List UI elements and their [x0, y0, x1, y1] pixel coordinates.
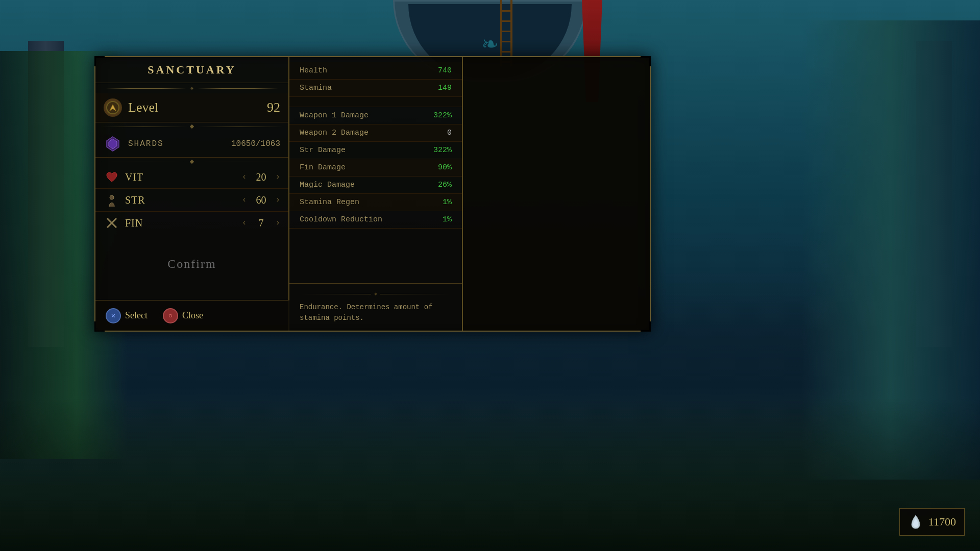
- w1dmg-value: 322%: [421, 111, 452, 120]
- str-label: STR: [125, 194, 242, 206]
- svg-point-3: [110, 195, 114, 199]
- shards-row: SHARDS 10650/1063: [95, 131, 288, 158]
- shards-icon: [104, 135, 122, 153]
- w2dmg-label: Weapon 2 Damage: [300, 129, 421, 137]
- strdmg-value: 322%: [421, 146, 452, 155]
- vit-value: 20: [251, 171, 271, 183]
- shards-label: SHARDS: [128, 139, 231, 148]
- str-arrow-right[interactable]: ›: [275, 195, 280, 205]
- currency-display: 11700: [899, 508, 965, 536]
- stat-row-fin[interactable]: FIN ‹ 7 ›: [95, 212, 288, 228]
- str-arrow-left[interactable]: ‹: [242, 195, 247, 205]
- divider-2: [95, 159, 288, 165]
- attr-row-health: Health 740: [289, 62, 462, 80]
- attr-row-stamina: Stamina 149: [289, 80, 462, 97]
- bottom-bar: ✕ Select ○ Close: [95, 300, 289, 331]
- level-icon: [104, 98, 122, 117]
- x-button-icon: ✕: [106, 308, 121, 323]
- w2dmg-value: 0: [421, 129, 452, 137]
- attr-row-findmg: Fin Damage 90%: [289, 159, 462, 177]
- stamina-label: Stamina: [300, 84, 421, 92]
- corner-br: [641, 321, 651, 332]
- attr-row-w1dmg: Weapon 1 Damage 322%: [289, 107, 462, 124]
- cdreduct-label: Cooldown Reduction: [300, 215, 421, 224]
- attr-row-strdmg: Str Damage 322%: [289, 142, 462, 159]
- attr-row-staregen: Stamina Regen 1%: [289, 194, 462, 211]
- stat-icon-vit: [104, 169, 120, 185]
- plant: ❧: [482, 28, 498, 59]
- stat-row-str[interactable]: STR ‹ 60 ›: [95, 189, 288, 212]
- stamina-value: 149: [421, 84, 452, 92]
- attr-row-w2dmg: Weapon 2 Damage 0: [289, 124, 462, 142]
- health-label: Health: [300, 66, 421, 75]
- currency-value: 11700: [928, 515, 956, 529]
- left-panel: SANCTUARY ❖ Level 92: [95, 57, 289, 331]
- level-value: 92: [267, 100, 280, 115]
- close-button[interactable]: ○ Close: [163, 308, 203, 323]
- desc-ornament: ❖: [300, 291, 452, 297]
- staregen-label: Stamina Regen: [300, 198, 421, 207]
- vit-arrow-right[interactable]: ›: [275, 172, 280, 182]
- stats-section: VIT ‹ 20 › STR ‹ 60 ›: [95, 166, 288, 228]
- fin-value: 7: [251, 217, 271, 228]
- cdreduct-value: 1%: [421, 215, 452, 224]
- currency-icon: [908, 513, 923, 531]
- stat-icon-fin: [104, 215, 120, 228]
- fin-arrow-right[interactable]: ›: [275, 218, 280, 228]
- level-row: Level 92: [95, 93, 288, 122]
- select-button[interactable]: ✕ Select: [106, 308, 148, 323]
- level-label: Level: [128, 100, 267, 115]
- stat-description: Endurance. Determines amount of stamina …: [300, 302, 452, 323]
- findmg-value: 90%: [421, 163, 452, 172]
- close-label: Close: [182, 310, 203, 321]
- findmg-label: Fin Damage: [300, 163, 421, 172]
- confirm-text: Confirm: [167, 257, 216, 271]
- confirm-area: Confirm: [95, 228, 288, 300]
- w1dmg-label: Weapon 1 Damage: [300, 111, 421, 120]
- magicdmg-label: Magic Damage: [300, 181, 421, 189]
- corner-tr: [641, 56, 651, 66]
- title-bar: SANCTUARY: [95, 57, 288, 83]
- shards-value: 10650/1063: [231, 139, 280, 148]
- right-panel: [463, 57, 650, 331]
- strdmg-label: Str Damage: [300, 146, 421, 155]
- ground: [0, 398, 980, 551]
- panel-title: SANCTUARY: [95, 63, 288, 77]
- vit-label: VIT: [125, 171, 242, 183]
- attr-row-cdreduct: Cooldown Reduction 1%: [289, 211, 462, 229]
- attr-row-magicdmg: Magic Damage 26%: [289, 177, 462, 194]
- health-value: 740: [421, 66, 452, 75]
- stat-icon-str: [104, 192, 120, 208]
- fin-label: FIN: [125, 217, 242, 228]
- top-ornament: ❖: [95, 83, 288, 93]
- staregen-value: 1%: [421, 198, 452, 207]
- middle-panel: Health 740 Stamina 149 Weapon 1 Damage 3…: [289, 57, 463, 331]
- vit-arrow-left[interactable]: ‹: [242, 172, 247, 182]
- str-value: 60: [251, 194, 271, 206]
- description-area: ❖ Endurance. Determines amount of stamin…: [289, 283, 462, 331]
- select-label: Select: [125, 310, 148, 321]
- divider-1: [95, 123, 288, 130]
- attr-row-empty: [289, 97, 462, 107]
- magicdmg-value: 26%: [421, 181, 452, 189]
- fin-arrow-left[interactable]: ‹: [242, 218, 247, 228]
- stat-row-vit[interactable]: VIT ‹ 20 ›: [95, 166, 288, 189]
- main-panel: SANCTUARY ❖ Level 92: [94, 56, 651, 332]
- o-button-icon: ○: [163, 308, 178, 323]
